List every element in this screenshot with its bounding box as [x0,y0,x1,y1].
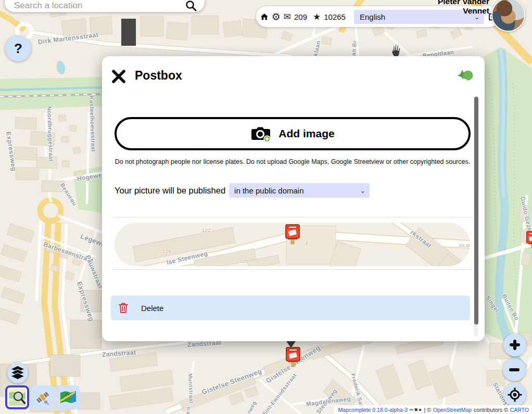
license-select[interactable]: in the public domain ⌄ [229,183,370,198]
crosshair-icon [508,387,522,402]
trash-icon [118,302,129,314]
plus-icon [509,339,521,351]
changeset-count: 10265 [324,12,346,21]
postbox-dialog: Postbox Add image Do not photograph peop… [102,56,485,341]
chevron-down-icon: ⌄ [360,187,365,195]
hand-cursor [389,43,403,57]
user-name: Pieter Vander Vennet [411,0,489,16]
style-satellite-button[interactable] [31,385,55,409]
settings-gear-icon[interactable]: ⚙ [272,12,281,22]
postbox-marker[interactable] [285,346,301,367]
layers-icon [10,365,26,381]
zoom-out-button[interactable] [503,358,526,381]
help-button[interactable]: ? [5,35,31,61]
osm-link[interactable]: OpenStreetMap [433,407,472,413]
license-row: Your picture will be published in the pu… [115,183,370,198]
help-label: ? [14,41,22,57]
messages-envelope-icon[interactable]: ✉ [284,12,291,21]
close-icon[interactable] [112,70,125,83]
delete-label: Delete [141,304,163,313]
divider [113,217,473,217]
satellite-icon [34,389,51,406]
scrollbar-thumb[interactable] [474,97,478,325]
carto-link[interactable]: CARTO [510,407,529,413]
postbox-marker-minimap[interactable] [285,224,300,244]
add-image-label: Add image [278,127,334,140]
layers-button[interactable] [7,363,28,383]
background-style-switcher [5,385,80,409]
divider [113,269,473,270]
park-area [484,47,532,347]
folded-map-icon [59,390,77,405]
attribution-contributors: contributors © [474,407,508,413]
osm-map-icon [8,389,26,406]
mapcomplete-logo-icon [456,69,474,86]
modal-scrollbar[interactable] [474,96,478,336]
mapcomplete-app: Dirk MartensstraatExpresswegNoordbrugges… [0,0,532,414]
mapcomplete-version-link[interactable]: Mapcomplete 0.18.0-alpha-3 [338,407,408,413]
zoom-in-button[interactable] [503,333,526,356]
attribution-separator: | © [424,407,431,413]
attribution-icons: ✏✖● [410,407,422,412]
star-icon: ★ [313,12,321,21]
style-osm-carto-button[interactable] [5,385,29,409]
language-value: English [360,12,385,21]
postbox-marker-partial[interactable] [526,230,532,249]
style-map-button[interactable] [56,385,80,409]
search-icon[interactable] [185,0,197,12]
license-value: in the public domain [234,186,303,195]
search-bar[interactable] [4,0,205,12]
camera-icon [250,125,271,143]
feature-minimap[interactable]: 122136lse Steenweg1254rkstraat66;66 [115,223,470,266]
search-input[interactable] [5,0,183,11]
license-prefix: Your picture will be published [115,186,225,196]
home-icon[interactable] [260,12,269,21]
minus-icon [508,364,521,376]
dialog-title: Postbox [135,69,182,83]
attribution-bar: Mapcomplete 0.18.0-alpha-3 ✏✖● | © OpenS… [334,405,532,414]
image-policy-note: Do not photograph people nor license pla… [115,155,471,169]
geolocate-button[interactable] [503,383,526,406]
add-image-button[interactable]: Add image [115,117,471,150]
messages-count: 209 [294,12,307,21]
delete-button[interactable]: Delete [111,295,470,320]
